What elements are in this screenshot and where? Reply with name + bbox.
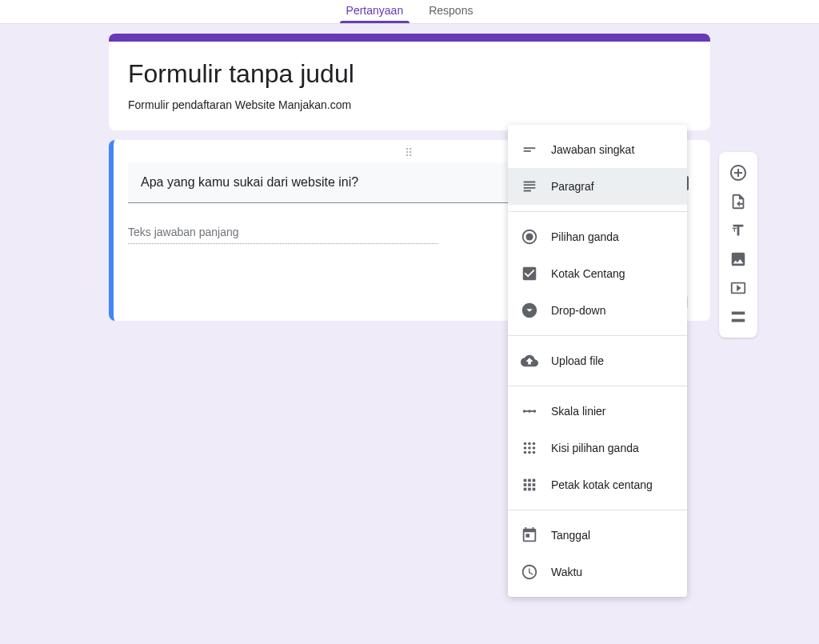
svg-point-10	[524, 451, 527, 454]
dropdown-item-time[interactable]: Waktu	[508, 554, 687, 590]
svg-rect-20	[528, 488, 531, 491]
grid-checkbox-icon	[521, 476, 538, 494]
dropdown-item-multiple-choice[interactable]: Pilihan ganda	[508, 218, 687, 255]
svg-point-9	[533, 446, 536, 450]
clock-icon	[521, 563, 538, 581]
dropdown-label: Pilihan ganda	[551, 230, 619, 243]
dropdown-label: Drop-down	[551, 304, 605, 317]
svg-point-11	[528, 451, 531, 454]
dropdown-item-date[interactable]: Tanggal	[508, 517, 687, 554]
dropdown-divider	[508, 510, 687, 510]
add-question-button[interactable]	[724, 158, 753, 187]
dropdown-label: Upload file	[551, 354, 604, 367]
svg-rect-17	[528, 483, 531, 486]
calendar-icon	[521, 526, 538, 544]
dropdown-icon	[521, 302, 538, 319]
dropdown-divider	[508, 386, 687, 386]
dropdown-item-short-answer[interactable]: Jawaban singkat	[508, 131, 687, 168]
dropdown-label: Skala linier	[551, 405, 605, 418]
checkbox-icon	[521, 265, 538, 282]
dropdown-divider	[508, 211, 687, 212]
paragraph-icon	[521, 178, 538, 195]
dropdown-item-linear-scale[interactable]: Skala linier	[508, 393, 687, 430]
add-section-button[interactable]	[724, 302, 753, 331]
tab-questions[interactable]: Pertanyaan	[334, 4, 417, 23]
dropdown-label: Kotak Centang	[551, 267, 625, 280]
answer-placeholder: Teks jawaban panjang	[128, 226, 437, 244]
dropdown-label: Kisi pilihan ganda	[551, 442, 639, 454]
dropdown-label: Petak kotak centang	[551, 478, 653, 491]
dropdown-item-checkbox-grid[interactable]: Petak kotak centang	[508, 466, 687, 503]
svg-point-5	[528, 442, 531, 446]
dropdown-label: Tanggal	[551, 529, 590, 542]
svg-point-7	[524, 446, 527, 450]
form-header-card: Formulir tanpa judul Formulir pendaftara…	[109, 34, 710, 130]
upload-icon	[521, 352, 538, 370]
grid-radio-icon	[521, 439, 538, 457]
svg-rect-14	[528, 479, 531, 482]
form-title[interactable]: Formulir tanpa judul	[128, 59, 691, 89]
dropdown-divider	[508, 335, 687, 336]
dropdown-item-file-upload[interactable]: Upload file	[508, 342, 687, 379]
svg-point-6	[533, 442, 536, 446]
form-description[interactable]: Formulir pendaftaran Website Manjakan.co…	[128, 98, 691, 111]
short-answer-icon	[521, 141, 538, 158]
add-title-button[interactable]	[724, 216, 753, 245]
dropdown-item-dropdown[interactable]: Drop-down	[508, 292, 687, 329]
dropdown-item-paragraph[interactable]: Paragraf	[508, 168, 687, 205]
svg-point-12	[533, 451, 536, 454]
linear-scale-icon	[521, 402, 538, 420]
add-image-button[interactable]	[724, 245, 753, 274]
dropdown-label: Paragraf	[551, 180, 594, 193]
svg-rect-21	[533, 488, 536, 491]
svg-rect-16	[524, 483, 527, 486]
add-video-button[interactable]	[724, 274, 753, 302]
svg-rect-18	[533, 483, 536, 486]
import-questions-button[interactable]	[724, 187, 753, 216]
dropdown-label: Waktu	[551, 566, 582, 578]
svg-rect-13	[524, 479, 527, 482]
dropdown-item-checkboxes[interactable]: Kotak Centang	[508, 255, 687, 292]
question-type-dropdown: Jawaban singkat Paragraf Pilihan ganda K…	[508, 125, 687, 597]
svg-rect-19	[524, 488, 527, 491]
svg-rect-15	[533, 479, 536, 482]
svg-point-8	[528, 446, 531, 450]
tab-responses[interactable]: Respons	[416, 4, 485, 23]
svg-point-0	[525, 233, 533, 240]
radio-icon	[521, 228, 538, 246]
top-tabs: Pertanyaan Respons	[0, 0, 819, 24]
side-toolbar	[719, 152, 757, 338]
dropdown-label: Jawaban singkat	[551, 143, 634, 156]
dropdown-item-multiple-choice-grid[interactable]: Kisi pilihan ganda	[508, 430, 687, 466]
svg-point-4	[524, 442, 527, 446]
